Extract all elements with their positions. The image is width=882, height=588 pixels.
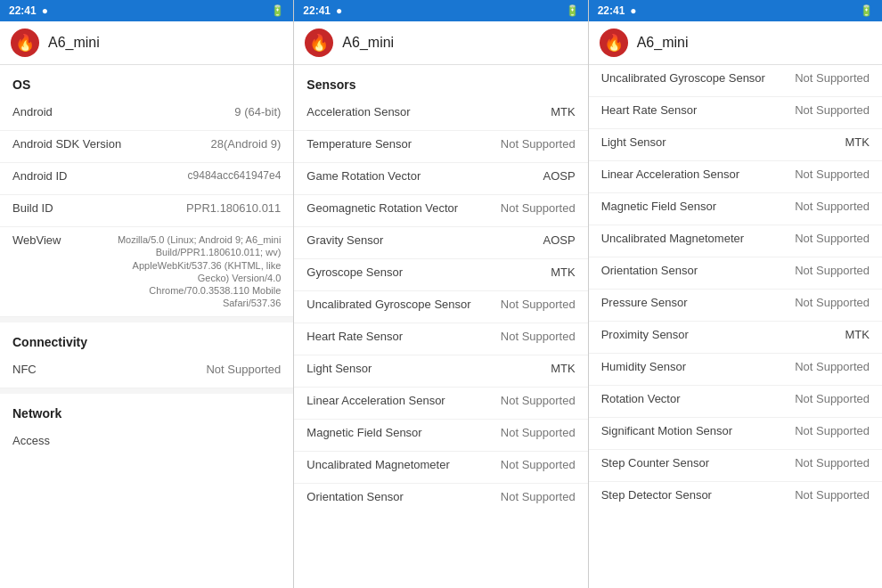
row-p1: Heart Rate Sensor Not Supported [589, 97, 882, 129]
app-bar-3: 🔥 A6_mini [589, 21, 882, 65]
row-build-id: Build ID PPR1.180610.011 [0, 195, 293, 227]
time-2: 22:41 [303, 4, 331, 17]
battery-icon: 🔋 [271, 4, 284, 17]
row-s0: Acceleration Sensor MTK [294, 99, 587, 131]
row-s1: Temperature Sensor Not Supported [294, 131, 587, 163]
row-s2: Game Rotation Vector AOSP [294, 163, 587, 195]
section-connectivity-title: Connectivity [0, 323, 293, 356]
row-p7: Pressure Sensor Not Supported [589, 290, 882, 322]
app-title-2: A6_mini [342, 35, 394, 51]
row-android: Android 9 (64-bit) [0, 99, 293, 131]
row-p11: Significant Motion Sensor Not Supported [589, 418, 882, 450]
row-s9: Linear Acceleration Sensor Not Supported [294, 388, 587, 420]
row-sdk: Android SDK Version 28(Android 9) [0, 131, 293, 163]
circle-icon-2: ● [336, 4, 342, 17]
panel-sensors2: 22:41 ● 🔋 🔥 A6_mini Uncalibrated Gyrosco… [589, 0, 882, 588]
row-p2: Light Sensor MTK [589, 129, 882, 161]
section-network-title: Network [0, 394, 293, 428]
row-access: Access [0, 428, 293, 460]
row-s4: Gravity Sensor AOSP [294, 227, 587, 259]
status-bar-3: 22:41 ● 🔋 [589, 0, 882, 21]
row-s8: Light Sensor MTK [294, 355, 587, 388]
section-os-title: OS [0, 65, 293, 99]
row-s7: Heart Rate Sensor Not Supported [294, 323, 587, 355]
row-p4: Magnetic Field Sensor Not Supported [589, 193, 882, 225]
panel3-content: Uncalibrated Gyroscope Sensor Not Suppor… [589, 65, 882, 588]
time-1: 22:41 [9, 4, 37, 17]
time-3: 22:41 [598, 4, 625, 17]
row-s3: Geomagnetic Rotation Vector Not Supporte… [294, 195, 587, 227]
row-webview: WebView Mozilla/5.0 (Linux; Android 9; A… [0, 227, 293, 317]
app-icon-2: 🔥 [305, 29, 333, 57]
row-p3: Linear Acceleration Sensor Not Supported [589, 161, 882, 193]
row-p13: Step Detector Sensor Not Supported [589, 482, 882, 514]
circle-icon: ● [42, 4, 48, 17]
row-p9: Humidity Sensor Not Supported [589, 354, 882, 386]
row-p6: Orientation Sensor Not Supported [589, 257, 882, 290]
app-bar-2: 🔥 A6_mini [294, 21, 587, 65]
panel-sensors: 22:41 ● 🔋 🔥 A6_mini Sensors Acceleration… [294, 0, 588, 588]
row-p5: Uncalibrated Magnetometer Not Supported [589, 225, 882, 257]
row-s12: Orientation Sensor Not Supported [294, 484, 587, 516]
row-s11: Uncalibrated Magnetometer Not Supported [294, 452, 587, 484]
app-bar-1: 🔥 A6_mini [0, 21, 293, 65]
row-p10: Rotation Vector Not Supported [589, 386, 882, 418]
row-nfc: NFC Not Supported [0, 356, 293, 388]
status-bar-1: 22:41 ● 🔋 [0, 0, 293, 21]
row-p8: Proximity Sensor MTK [589, 322, 882, 354]
row-android-id: Android ID c9484acc641947e4 [0, 163, 293, 195]
status-bar-2: 22:41 ● 🔋 [294, 0, 587, 21]
battery-icon-2: 🔋 [566, 4, 579, 17]
row-p0: Uncalibrated Gyroscope Sensor Not Suppor… [589, 65, 882, 97]
app-title-3: A6_mini [637, 35, 689, 51]
row-p12: Step Counter Sensor Not Supported [589, 450, 882, 482]
app-title-1: A6_mini [48, 35, 100, 51]
battery-icon-3: 🔋 [860, 4, 873, 17]
row-s5: Gyroscope Sensor MTK [294, 259, 587, 291]
row-s6: Uncalibrated Gyroscope Sensor Not Suppor… [294, 291, 587, 323]
app-icon-1: 🔥 [11, 29, 39, 57]
panels-container: 22:41 ● 🔋 🔥 A6_mini OS Android 9 (64-bit… [0, 0, 882, 588]
panel1-content: OS Android 9 (64-bit) Android SDK Versio… [0, 65, 293, 588]
row-s10: Magnetic Field Sensor Not Supported [294, 420, 587, 452]
panel-os: 22:41 ● 🔋 🔥 A6_mini OS Android 9 (64-bit… [0, 0, 294, 588]
app-icon-3: 🔥 [600, 29, 628, 57]
section-sensors-title: Sensors [294, 65, 587, 99]
circle-icon-3: ● [630, 4, 636, 17]
panel2-content: Sensors Acceleration Sensor MTK Temperat… [294, 65, 587, 588]
